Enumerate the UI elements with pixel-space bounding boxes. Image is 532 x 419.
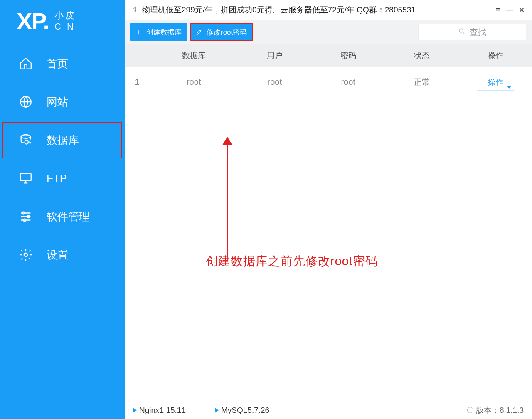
annotation-text: 创建数据库之前先修改root密码 <box>206 253 378 270</box>
sidebar-item-home[interactable]: 首页 <box>0 44 125 83</box>
svg-point-6 <box>24 253 28 257</box>
col-password: 密码 <box>311 50 385 61</box>
sidebar-item-label: 设置 <box>47 248 68 262</box>
close-icon[interactable]: ✕ <box>519 6 525 15</box>
content-body: 创建数据库之前先修改root密码 <box>125 97 532 401</box>
clock-icon <box>467 407 473 413</box>
svg-rect-2 <box>20 174 31 181</box>
annotation-arrow <box>222 137 236 257</box>
col-user: 用户 <box>238 50 311 61</box>
sidebar-item-ftp[interactable]: FTP <box>0 159 125 197</box>
window-controls: ≡ — ✕ <box>496 6 525 15</box>
status-mysql[interactable]: MySQL5.7.26 <box>215 406 269 415</box>
sidebar-item-label: FTP <box>47 172 67 185</box>
search-icon <box>458 27 466 37</box>
modify-root-password-button[interactable]: 修改root密码 <box>190 23 253 41</box>
svg-point-7 <box>459 29 463 32</box>
cell-user: root <box>238 77 311 87</box>
logo-text: XP. <box>17 7 49 35</box>
chevron-down-icon <box>507 86 511 89</box>
operation-button[interactable]: 操作 <box>477 74 514 91</box>
button-label: 修改root密码 <box>207 27 247 37</box>
ftp-icon <box>18 171 33 186</box>
col-operation: 操作 <box>458 50 532 61</box>
logo-subtitle: 小皮 C N <box>54 10 76 32</box>
sidebar-item-settings[interactable]: 设置 <box>0 236 125 274</box>
globe-icon <box>18 94 33 109</box>
cell-operation: 操作 <box>458 74 532 91</box>
announcement-icon <box>132 5 140 15</box>
sidebar-item-label: 数据库 <box>47 133 79 148</box>
col-database: 数据库 <box>150 50 238 61</box>
operation-button-label: 操作 <box>488 77 503 88</box>
sidebar-item-software[interactable]: 软件管理 <box>0 197 125 236</box>
table-row: 1 root root root 正常 操作 <box>125 67 532 97</box>
cell-index: 1 <box>125 77 150 87</box>
home-icon <box>18 56 33 71</box>
table-header: 数据库 用户 密码 状态 操作 <box>125 44 532 67</box>
play-icon <box>133 408 137 413</box>
svg-point-1 <box>21 135 31 138</box>
title-bar: 物理机低至299元/年，拼团成功0元得。云服务器低至72元/年 QQ群：2805… <box>125 0 532 20</box>
sidebar-item-label: 网站 <box>47 95 68 109</box>
sidebar-item-label: 首页 <box>47 57 68 71</box>
promo-text[interactable]: 物理机低至299元/年，拼团成功0元得。云服务器低至72元/年 QQ群：2805… <box>142 5 416 15</box>
database-icon <box>18 133 33 148</box>
cell-database: root <box>150 77 238 87</box>
version-info: 版本： 8.1.1.3 <box>467 405 524 416</box>
sliders-icon <box>18 209 33 224</box>
sidebar-item-database[interactable]: 数据库 <box>2 121 123 159</box>
logo: XP. 小皮 C N <box>0 0 125 44</box>
status-nginx[interactable]: Nginx1.15.11 <box>133 406 186 415</box>
menu-icon[interactable]: ≡ <box>496 6 500 14</box>
button-label: 创建数据库 <box>146 27 182 37</box>
toolbar: 创建数据库 修改root密码 查找 <box>125 20 532 44</box>
status-bar: Nginx1.15.11 MySQL5.7.26 版本： 8.1.1.3 <box>125 401 532 419</box>
play-icon <box>215 408 219 413</box>
cell-password: root <box>311 77 385 87</box>
plus-icon <box>135 29 143 35</box>
pencil-icon <box>196 29 203 35</box>
search-input[interactable]: 查找 <box>418 24 526 40</box>
sidebar-item-website[interactable]: 网站 <box>0 83 125 121</box>
minimize-icon[interactable]: — <box>506 6 513 14</box>
sidebar: XP. 小皮 C N 首页 网站 数据库 <box>0 0 125 419</box>
cell-status: 正常 <box>385 76 458 88</box>
annotation-layer: 创建数据库之前先修改root密码 <box>125 97 532 419</box>
main-panel: 物理机低至299元/年，拼团成功0元得。云服务器低至72元/年 QQ群：2805… <box>125 0 532 419</box>
create-database-button[interactable]: 创建数据库 <box>130 23 187 41</box>
search-placeholder: 查找 <box>470 27 486 38</box>
col-status: 状态 <box>385 50 458 61</box>
sidebar-item-label: 软件管理 <box>47 210 90 224</box>
gear-icon <box>18 247 33 262</box>
